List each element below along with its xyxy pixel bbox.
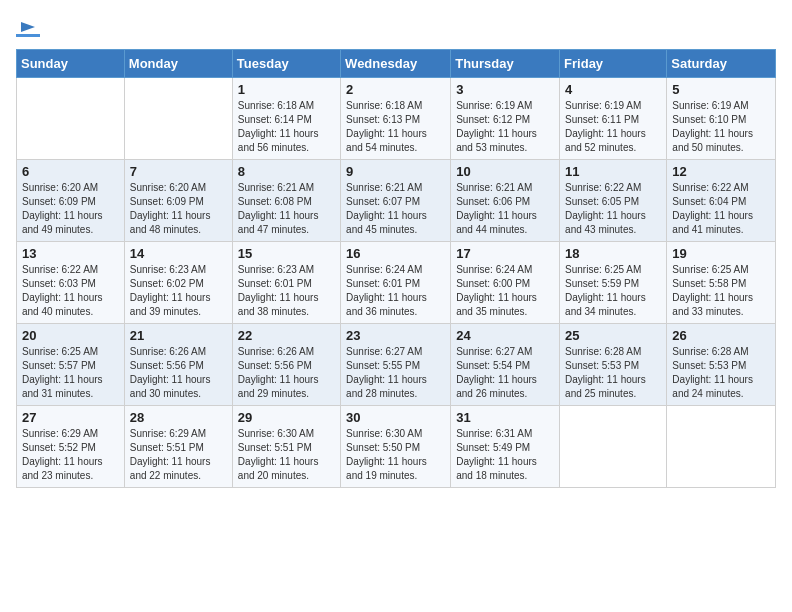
header-saturday: Saturday — [667, 50, 776, 78]
day-number: 20 — [22, 328, 119, 343]
day-number: 31 — [456, 410, 554, 425]
day-info: Sunrise: 6:22 AM Sunset: 6:03 PM Dayligh… — [22, 263, 119, 319]
calendar-week-row: 27Sunrise: 6:29 AM Sunset: 5:52 PM Dayli… — [17, 406, 776, 488]
calendar-cell — [560, 406, 667, 488]
header-wednesday: Wednesday — [341, 50, 451, 78]
day-number: 5 — [672, 82, 770, 97]
calendar-cell: 22Sunrise: 6:26 AM Sunset: 5:56 PM Dayli… — [232, 324, 340, 406]
day-number: 23 — [346, 328, 445, 343]
calendar-cell: 29Sunrise: 6:30 AM Sunset: 5:51 PM Dayli… — [232, 406, 340, 488]
day-info: Sunrise: 6:31 AM Sunset: 5:49 PM Dayligh… — [456, 427, 554, 483]
header-sunday: Sunday — [17, 50, 125, 78]
day-number: 8 — [238, 164, 335, 179]
calendar-week-row: 1Sunrise: 6:18 AM Sunset: 6:14 PM Daylig… — [17, 78, 776, 160]
day-number: 25 — [565, 328, 661, 343]
day-number: 2 — [346, 82, 445, 97]
calendar-cell: 31Sunrise: 6:31 AM Sunset: 5:49 PM Dayli… — [451, 406, 560, 488]
logo — [16, 16, 40, 37]
day-info: Sunrise: 6:19 AM Sunset: 6:12 PM Dayligh… — [456, 99, 554, 155]
calendar-cell: 24Sunrise: 6:27 AM Sunset: 5:54 PM Dayli… — [451, 324, 560, 406]
day-number: 24 — [456, 328, 554, 343]
day-number: 9 — [346, 164, 445, 179]
day-number: 11 — [565, 164, 661, 179]
calendar-week-row: 20Sunrise: 6:25 AM Sunset: 5:57 PM Dayli… — [17, 324, 776, 406]
header-monday: Monday — [124, 50, 232, 78]
day-number: 4 — [565, 82, 661, 97]
day-info: Sunrise: 6:29 AM Sunset: 5:51 PM Dayligh… — [130, 427, 227, 483]
day-info: Sunrise: 6:26 AM Sunset: 5:56 PM Dayligh… — [238, 345, 335, 401]
calendar-cell: 1Sunrise: 6:18 AM Sunset: 6:14 PM Daylig… — [232, 78, 340, 160]
calendar-cell: 27Sunrise: 6:29 AM Sunset: 5:52 PM Dayli… — [17, 406, 125, 488]
day-number: 29 — [238, 410, 335, 425]
calendar-cell: 14Sunrise: 6:23 AM Sunset: 6:02 PM Dayli… — [124, 242, 232, 324]
calendar-cell: 12Sunrise: 6:22 AM Sunset: 6:04 PM Dayli… — [667, 160, 776, 242]
day-number: 27 — [22, 410, 119, 425]
day-info: Sunrise: 6:23 AM Sunset: 6:02 PM Dayligh… — [130, 263, 227, 319]
calendar-cell — [667, 406, 776, 488]
header-tuesday: Tuesday — [232, 50, 340, 78]
day-info: Sunrise: 6:25 AM Sunset: 5:58 PM Dayligh… — [672, 263, 770, 319]
calendar-cell: 30Sunrise: 6:30 AM Sunset: 5:50 PM Dayli… — [341, 406, 451, 488]
day-number: 17 — [456, 246, 554, 261]
calendar-cell: 20Sunrise: 6:25 AM Sunset: 5:57 PM Dayli… — [17, 324, 125, 406]
calendar-cell: 5Sunrise: 6:19 AM Sunset: 6:10 PM Daylig… — [667, 78, 776, 160]
day-number: 18 — [565, 246, 661, 261]
calendar-cell: 23Sunrise: 6:27 AM Sunset: 5:55 PM Dayli… — [341, 324, 451, 406]
calendar-week-row: 13Sunrise: 6:22 AM Sunset: 6:03 PM Dayli… — [17, 242, 776, 324]
day-number: 10 — [456, 164, 554, 179]
day-number: 26 — [672, 328, 770, 343]
day-info: Sunrise: 6:30 AM Sunset: 5:50 PM Dayligh… — [346, 427, 445, 483]
day-info: Sunrise: 6:20 AM Sunset: 6:09 PM Dayligh… — [22, 181, 119, 237]
day-number: 21 — [130, 328, 227, 343]
calendar-cell: 16Sunrise: 6:24 AM Sunset: 6:01 PM Dayli… — [341, 242, 451, 324]
calendar-cell: 17Sunrise: 6:24 AM Sunset: 6:00 PM Dayli… — [451, 242, 560, 324]
calendar-cell: 7Sunrise: 6:20 AM Sunset: 6:09 PM Daylig… — [124, 160, 232, 242]
day-info: Sunrise: 6:22 AM Sunset: 6:05 PM Dayligh… — [565, 181, 661, 237]
day-info: Sunrise: 6:30 AM Sunset: 5:51 PM Dayligh… — [238, 427, 335, 483]
day-info: Sunrise: 6:18 AM Sunset: 6:13 PM Dayligh… — [346, 99, 445, 155]
calendar-cell — [124, 78, 232, 160]
day-info: Sunrise: 6:24 AM Sunset: 6:00 PM Dayligh… — [456, 263, 554, 319]
day-info: Sunrise: 6:19 AM Sunset: 6:11 PM Dayligh… — [565, 99, 661, 155]
calendar-cell: 21Sunrise: 6:26 AM Sunset: 5:56 PM Dayli… — [124, 324, 232, 406]
day-info: Sunrise: 6:25 AM Sunset: 5:59 PM Dayligh… — [565, 263, 661, 319]
day-info: Sunrise: 6:25 AM Sunset: 5:57 PM Dayligh… — [22, 345, 119, 401]
day-number: 16 — [346, 246, 445, 261]
day-number: 19 — [672, 246, 770, 261]
calendar-cell: 2Sunrise: 6:18 AM Sunset: 6:13 PM Daylig… — [341, 78, 451, 160]
calendar-cell: 3Sunrise: 6:19 AM Sunset: 6:12 PM Daylig… — [451, 78, 560, 160]
day-info: Sunrise: 6:27 AM Sunset: 5:54 PM Dayligh… — [456, 345, 554, 401]
calendar-cell: 10Sunrise: 6:21 AM Sunset: 6:06 PM Dayli… — [451, 160, 560, 242]
day-info: Sunrise: 6:20 AM Sunset: 6:09 PM Dayligh… — [130, 181, 227, 237]
calendar-cell: 28Sunrise: 6:29 AM Sunset: 5:51 PM Dayli… — [124, 406, 232, 488]
day-info: Sunrise: 6:24 AM Sunset: 6:01 PM Dayligh… — [346, 263, 445, 319]
calendar-cell — [17, 78, 125, 160]
day-number: 14 — [130, 246, 227, 261]
day-number: 7 — [130, 164, 227, 179]
day-info: Sunrise: 6:28 AM Sunset: 5:53 PM Dayligh… — [565, 345, 661, 401]
day-info: Sunrise: 6:29 AM Sunset: 5:52 PM Dayligh… — [22, 427, 119, 483]
day-info: Sunrise: 6:28 AM Sunset: 5:53 PM Dayligh… — [672, 345, 770, 401]
day-number: 15 — [238, 246, 335, 261]
calendar-cell: 9Sunrise: 6:21 AM Sunset: 6:07 PM Daylig… — [341, 160, 451, 242]
day-number: 12 — [672, 164, 770, 179]
calendar-cell: 13Sunrise: 6:22 AM Sunset: 6:03 PM Dayli… — [17, 242, 125, 324]
day-info: Sunrise: 6:26 AM Sunset: 5:56 PM Dayligh… — [130, 345, 227, 401]
day-info: Sunrise: 6:21 AM Sunset: 6:06 PM Dayligh… — [456, 181, 554, 237]
calendar-header-row: SundayMondayTuesdayWednesdayThursdayFrid… — [17, 50, 776, 78]
day-number: 30 — [346, 410, 445, 425]
page-header — [16, 16, 776, 37]
day-number: 13 — [22, 246, 119, 261]
day-info: Sunrise: 6:18 AM Sunset: 6:14 PM Dayligh… — [238, 99, 335, 155]
day-info: Sunrise: 6:21 AM Sunset: 6:08 PM Dayligh… — [238, 181, 335, 237]
calendar-cell: 8Sunrise: 6:21 AM Sunset: 6:08 PM Daylig… — [232, 160, 340, 242]
day-number: 3 — [456, 82, 554, 97]
day-info: Sunrise: 6:22 AM Sunset: 6:04 PM Dayligh… — [672, 181, 770, 237]
calendar-cell: 6Sunrise: 6:20 AM Sunset: 6:09 PM Daylig… — [17, 160, 125, 242]
day-number: 22 — [238, 328, 335, 343]
calendar-table: SundayMondayTuesdayWednesdayThursdayFrid… — [16, 49, 776, 488]
calendar-cell: 4Sunrise: 6:19 AM Sunset: 6:11 PM Daylig… — [560, 78, 667, 160]
header-friday: Friday — [560, 50, 667, 78]
header-thursday: Thursday — [451, 50, 560, 78]
day-number: 6 — [22, 164, 119, 179]
